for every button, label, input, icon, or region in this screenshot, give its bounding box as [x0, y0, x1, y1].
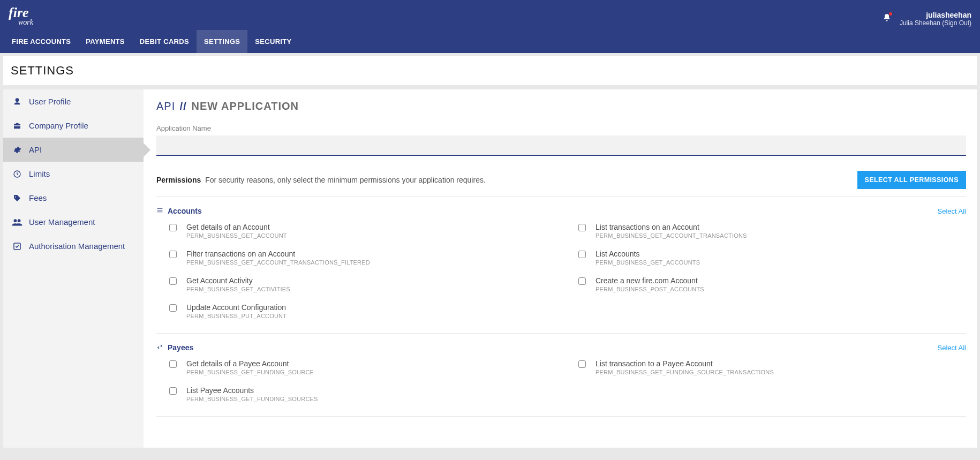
sidebar-item[interactable]: User Profile [3, 89, 144, 114]
permission-group-name: Payees [168, 343, 193, 352]
main-nav: FIRE ACCOUNTSPAYMENTSDEBIT CARDSSETTINGS… [0, 30, 980, 53]
permission-grid: Get details of a Payee AccountPERM_BUSIN… [156, 359, 966, 402]
permission-title: Filter transactions on an Account [186, 250, 370, 258]
permission-item: List AccountsPERM_BUSINESS_GET_ACCOUNTS [578, 250, 966, 266]
sidebar-item-label: Authorisation Management [29, 242, 125, 251]
sidebar-item-label: API [29, 145, 42, 154]
main-nav-item[interactable]: PAYMENTS [78, 30, 132, 53]
notifications-bell-icon[interactable] [883, 13, 891, 24]
permission-checkbox[interactable] [578, 360, 586, 368]
permission-group-header: AccountsSelect All [156, 207, 966, 215]
permission-checkbox[interactable] [578, 277, 586, 285]
permission-title: Create a new fire.com Account [595, 276, 704, 285]
permission-checkbox[interactable] [169, 360, 177, 368]
permissions-heading: Permissions For security reasons, only s… [156, 176, 486, 184]
brand-line2: work [18, 18, 33, 27]
permission-group-header: PayeesSelect All [156, 343, 966, 352]
permission-item: List transaction to a Payee AccountPERM_… [578, 359, 966, 375]
permission-item: Update Account ConfigurationPERM_BUSINES… [169, 303, 557, 319]
permission-checkbox[interactable] [578, 251, 586, 258]
permission-item: Get details of a Payee AccountPERM_BUSIN… [169, 359, 557, 375]
main-nav-item[interactable]: DEBIT CARDS [132, 30, 197, 53]
gear-icon [12, 146, 22, 154]
brand-line1: fire [9, 6, 29, 19]
svg-rect-3 [14, 243, 20, 250]
briefcase-icon [12, 122, 22, 130]
permission-item: List Payee AccountsPERM_BUSINESS_GET_FUN… [169, 386, 557, 402]
application-name-input[interactable] [156, 135, 966, 156]
transfer-icon [156, 343, 163, 352]
main-panel: API // NEW APPLICATION Application Name … [144, 89, 977, 448]
permission-code: PERM_BUSINESS_PUT_ACCOUNT [186, 313, 287, 319]
divider [156, 333, 966, 334]
permission-checkbox[interactable] [169, 224, 177, 231]
permission-code: PERM_BUSINESS_GET_FUNDING_SOURCE_TRANSAC… [595, 369, 774, 375]
select-all-link[interactable]: Select All [938, 207, 966, 215]
permission-code: PERM_BUSINESS_GET_FUNDING_SOURCES [186, 396, 318, 402]
sign-out-link[interactable]: Julia Sheehan (Sign Out) [900, 19, 971, 27]
permission-code: PERM_BUSINESS_POST_ACCOUNTS [595, 286, 704, 292]
permission-title: List Accounts [595, 250, 700, 258]
sidebar-item[interactable]: API [3, 138, 144, 162]
permission-item: Get details of an AccountPERM_BUSINESS_G… [169, 223, 557, 239]
sidebar-item-label: Fees [29, 193, 47, 202]
permission-code: PERM_BUSINESS_GET_ACCOUNTS [595, 259, 700, 266]
permission-checkbox[interactable] [169, 387, 177, 395]
permission-code: PERM_BUSINESS_GET_ACCOUNT_TRANSACTIONS [595, 232, 747, 239]
select-all-link[interactable]: Select All [938, 344, 966, 352]
permission-item: Create a new fire.com AccountPERM_BUSINE… [578, 276, 966, 292]
panel-title: API // NEW APPLICATION [156, 100, 966, 112]
permission-item: List transactions on an AccountPERM_BUSI… [578, 223, 966, 239]
check-square-icon [12, 242, 22, 251]
sidebar-item[interactable]: Limits [3, 162, 144, 186]
permission-code: PERM_BUSINESS_GET_ACTIVITIES [186, 286, 290, 292]
sidebar-item-label: Limits [29, 169, 50, 178]
user-icon [12, 97, 22, 106]
main-nav-item[interactable]: SETTINGS [197, 30, 247, 53]
username: juliasheehan [926, 11, 971, 19]
main-nav-item[interactable]: SECURITY [247, 30, 299, 53]
main-nav-item[interactable]: FIRE ACCOUNTS [4, 30, 78, 53]
notification-dot [889, 12, 892, 16]
topbar: fire work juliasheehan Julia Sheehan (Si… [0, 0, 980, 53]
divider [156, 197, 966, 197]
users-icon [12, 218, 22, 227]
permission-grid: Get details of an AccountPERM_BUSINESS_G… [156, 223, 966, 319]
permission-checkbox[interactable] [578, 224, 586, 231]
sidebar-item[interactable]: Company Profile [3, 114, 144, 138]
permission-item: Get Account ActivityPERM_BUSINESS_GET_AC… [169, 276, 557, 292]
brand-logo[interactable]: fire work [9, 0, 43, 30]
permission-title: Get details of an Account [186, 223, 287, 231]
permission-item: Filter transactions on an AccountPERM_BU… [169, 250, 557, 266]
svg-point-2 [18, 219, 21, 222]
sidebar-item-label: Company Profile [29, 121, 88, 130]
permission-title: List Payee Accounts [186, 386, 318, 395]
permission-title: List transaction to a Payee Account [595, 359, 774, 368]
application-name-label: Application Name [156, 124, 966, 132]
permission-checkbox[interactable] [169, 277, 177, 285]
sidebar-item-label: User Management [29, 217, 95, 227]
permission-title: Update Account Configuration [186, 303, 287, 312]
permission-code: PERM_BUSINESS_GET_ACCOUNT [186, 232, 287, 239]
permission-title: Get details of a Payee Account [186, 359, 314, 368]
tag-icon [12, 194, 22, 202]
settings-sidebar: User ProfileCompany ProfileAPILimitsFees… [3, 89, 144, 448]
sidebar-item[interactable]: Authorisation Management [3, 234, 144, 258]
select-all-permissions-button[interactable]: SELECT ALL PERMISSIONS [857, 171, 967, 189]
permission-title: Get Account Activity [186, 276, 290, 285]
svg-point-1 [14, 219, 17, 222]
permission-code: PERM_BUSINESS_GET_ACCOUNT_TRANSACTIONS_F… [186, 259, 370, 266]
list-icon [156, 207, 163, 215]
permission-checkbox[interactable] [169, 251, 177, 258]
divider [156, 416, 966, 417]
permission-code: PERM_BUSINESS_GET_FUNDING_SOURCE [186, 369, 314, 375]
page-title-bar: SETTINGS [3, 56, 977, 85]
permission-checkbox[interactable] [169, 304, 177, 312]
clock-icon [12, 170, 22, 178]
sidebar-item-label: User Profile [29, 97, 71, 106]
sidebar-item[interactable]: Fees [3, 186, 144, 210]
sidebar-item[interactable]: User Management [3, 210, 144, 234]
permission-group-name: Accounts [168, 207, 202, 215]
page-title: SETTINGS [11, 64, 969, 78]
permission-title: List transactions on an Account [595, 223, 747, 231]
